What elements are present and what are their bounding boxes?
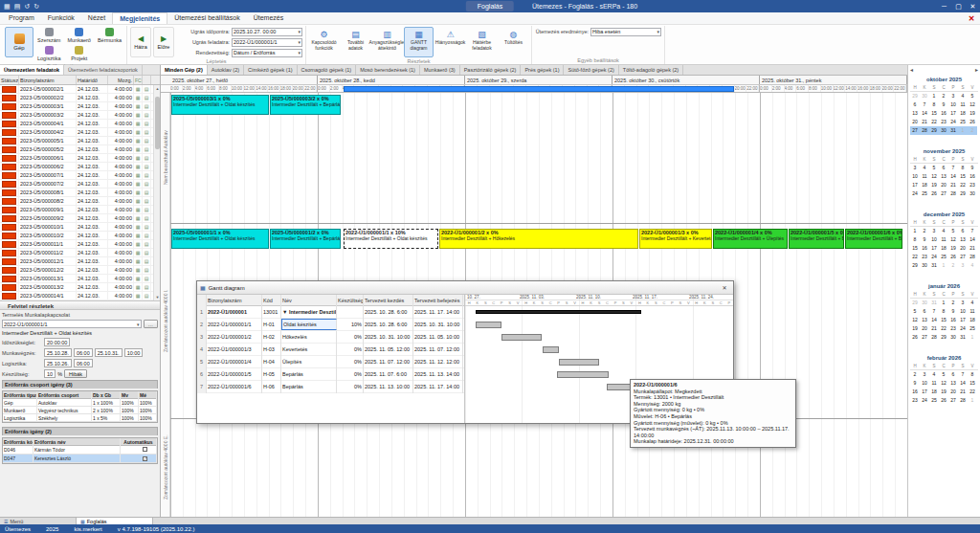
calendar-day[interactable]: 16 <box>939 109 948 118</box>
calendar-day[interactable]: 19 <box>939 388 948 396</box>
calendar-day[interactable]: 20 <box>948 388 958 396</box>
calendar-day[interactable]: 28 <box>929 333 939 342</box>
calendar-day[interactable]: 6 <box>920 307 929 316</box>
table-row[interactable]: 12022-Ü1/00000113001▼ Intermedier Deszti… <box>197 306 464 319</box>
calendar-day[interactable]: 25 <box>968 324 977 333</box>
save-icon[interactable]: ▤ <box>14 3 21 11</box>
ribbon-tab-3[interactable]: Megjelenités <box>112 12 167 24</box>
calendar-day[interactable]: 10 <box>948 100 958 109</box>
gantt-task-bar[interactable]: 2022-Ü1/000001/4 x 0%Intermedier Desztil… <box>713 229 788 249</box>
calendar-day[interactable]: 6 <box>910 100 920 109</box>
calendar-day[interactable]: 1 <box>958 126 968 135</box>
calendar-day[interactable]: 14 <box>968 235 977 244</box>
mini-gantt-bar[interactable] <box>501 334 542 341</box>
calendar-day[interactable]: 1 <box>939 299 948 307</box>
calendar-day[interactable]: 12 <box>968 100 977 109</box>
calendar-day[interactable]: 20 <box>920 324 929 333</box>
checkbox[interactable]: ✓ <box>143 456 147 461</box>
left-panel-tab-1[interactable]: Ütemezetlen feladatcsoportok <box>64 65 143 75</box>
machine-tab-5[interactable]: Munkaerő (3) <box>420 65 460 75</box>
calendar-day[interactable]: 1 <box>929 92 939 100</box>
gantt-task-bar[interactable]: 2025-Ü5/000003/2 x 0%Intermedier Desztil… <box>270 95 341 115</box>
calendar-day[interactable]: 11 <box>929 379 939 388</box>
calendar-day[interactable]: 30 <box>948 333 958 342</box>
scroll-down-icon[interactable]: ▼ <box>154 294 160 300</box>
table-row[interactable]: D046Kármán Tódor <box>3 446 157 455</box>
calendar-day[interactable]: 23 <box>910 396 920 405</box>
minimize-icon[interactable]: ─ <box>937 0 951 12</box>
calendar-day[interactable]: 24 <box>948 118 958 126</box>
calendar-day[interactable]: 18 <box>929 388 939 396</box>
calendar-day[interactable]: 16 <box>968 172 977 181</box>
cal-prev-icon[interactable]: ◂ <box>910 66 913 74</box>
calendar-day[interactable]: 21 <box>968 244 977 253</box>
calendar-day[interactable]: 1 <box>910 227 920 235</box>
calendar-day[interactable]: 16 <box>920 244 929 253</box>
calendar-day[interactable]: 31 <box>929 261 939 270</box>
scroll-up-icon[interactable]: ▲ <box>154 85 160 92</box>
calendar-day[interactable]: 25 <box>920 189 929 198</box>
ribbon-tab-2[interactable]: Nézet <box>81 12 112 24</box>
calendar-day[interactable]: 2 <box>920 227 929 235</box>
calendar-day[interactable]: 12 <box>910 316 920 324</box>
calendar-day[interactable]: 12 <box>948 235 958 244</box>
calendar-day[interactable]: 3 <box>958 299 968 307</box>
forward-button[interactable]: ▶Előre <box>153 27 174 57</box>
calendar-day[interactable]: 8 <box>958 164 968 172</box>
machine-tab-3[interactable]: Csomagoló gépek (1) <box>298 65 357 75</box>
calendar-day[interactable]: 14 <box>929 316 939 324</box>
gantt-task-bar[interactable]: 2025-Ü5/000001/1 x 0%Intermedier Desztil… <box>171 229 269 249</box>
calendar-day[interactable]: 31 <box>948 126 958 135</box>
table-row[interactable]: 2023-Ü5/000014/124.12.03.4:00:00▦▤ <box>0 292 153 300</box>
gantt-task-bar[interactable]: 2022-Ü1/000001/1 x 10%Intermedier Deszti… <box>344 229 438 249</box>
calendar-day[interactable]: 22 <box>929 118 939 126</box>
calendar-day[interactable]: 23 <box>948 324 958 333</box>
calendar-day[interactable]: 4 <box>939 227 948 235</box>
calendar-day[interactable]: 5 <box>968 92 977 100</box>
calendar-day[interactable]: 30 <box>939 126 948 135</box>
machine-tab-4[interactable]: Mosó berendezések (1) <box>356 65 420 75</box>
calendar-day[interactable]: 20 <box>939 181 948 189</box>
calendar-day[interactable]: 19 <box>929 181 939 189</box>
details-button-1[interactable]: ▤További adatok <box>341 27 370 57</box>
calendar-day[interactable]: 5 <box>939 370 948 379</box>
gantt-task-bar[interactable]: 2022-Ü1/000001/2 x 0%Intermedier Desztil… <box>439 229 638 249</box>
calendar-day[interactable]: 16 <box>948 316 958 324</box>
ribbon-tab-0[interactable]: Program <box>2 12 41 24</box>
calendar-day[interactable]: 22 <box>910 253 920 261</box>
calendar-day[interactable]: 15 <box>910 244 920 253</box>
calendar-day[interactable]: 26 <box>929 189 939 198</box>
calendar-day[interactable]: 4 <box>920 164 929 172</box>
mini-gantt-bar[interactable] <box>557 371 609 378</box>
calendar-day[interactable]: 12 <box>929 172 939 181</box>
calendar-day[interactable]: 17 <box>929 244 939 253</box>
machine-tab-2[interactable]: Címkéző gépek (1) <box>244 65 297 75</box>
checkbox[interactable] <box>143 447 147 452</box>
ribbon-tab-5[interactable]: Ütemezés <box>247 12 291 24</box>
calendar-day[interactable]: 29 <box>958 189 968 198</box>
field-value[interactable]: 20:00:00 <box>44 338 70 346</box>
calendar-day[interactable]: 9 <box>968 164 977 172</box>
calendar-day[interactable]: 8 <box>929 100 939 109</box>
details-button-6[interactable]: ◍Túltöltés <box>499 27 528 57</box>
calendar-day[interactable]: 8 <box>939 307 948 316</box>
field-value[interactable]: 25.10.31. <box>95 348 122 357</box>
calendar-day[interactable]: 19 <box>948 244 958 253</box>
calendar-day[interactable]: 24 <box>929 253 939 261</box>
ribbon-close-icon[interactable]: ✕ <box>966 12 977 24</box>
gantt-window-titlebar[interactable]: ▦ Gantt diagram ✕ <box>197 281 733 295</box>
calendar-day[interactable]: 6 <box>948 370 958 379</box>
calendar-day[interactable]: 15 <box>958 172 968 181</box>
table-row[interactable]: 42022-Ü1/000001/3H-03Kevertetés0%2025. 1… <box>197 344 464 356</box>
calendar-day[interactable]: 15 <box>929 109 939 118</box>
calendar-day[interactable]: 8 <box>910 235 920 244</box>
calendar-day[interactable]: 4 <box>968 261 977 270</box>
calendar-day[interactable]: 3 <box>958 261 968 270</box>
field-value[interactable]: 25.10.28. <box>44 348 72 357</box>
cal-next-icon[interactable]: ▸ <box>975 66 978 74</box>
calendar-day[interactable]: 27 <box>910 126 920 135</box>
calendar-day[interactable]: 11 <box>958 100 968 109</box>
calendar-day[interactable]: 17 <box>958 316 968 324</box>
resource-type-button-4[interactable]: Projekt <box>65 45 92 62</box>
calendar-day[interactable]: 3 <box>920 370 929 379</box>
